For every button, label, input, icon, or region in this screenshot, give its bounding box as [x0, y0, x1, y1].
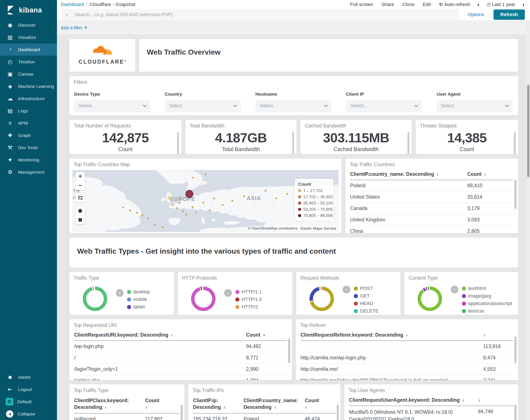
column-header-ipclass[interactable]: ClientIPClass.keyword: Descending▲▼: [74, 394, 145, 413]
legend-item[interactable]: HTTP/1.1: [235, 289, 262, 295]
panel-scrollbar[interactable]: [292, 132, 294, 154]
panel-scrollbar[interactable]: [515, 336, 516, 363]
auto-refresh-button[interactable]: ↻Auto-refresh: [435, 2, 474, 7]
map-zoom-in-button[interactable]: +: [75, 172, 85, 181]
table-row[interactable]: United States33,614: [350, 192, 514, 203]
legend-expand-icon[interactable]: ›: [343, 286, 350, 293]
sidebar-item-dashboard[interactable]: ◔Dashboard: [0, 44, 57, 56]
options-link[interactable]: Options: [468, 12, 484, 17]
panel-scrollbar[interactable]: [515, 180, 516, 209]
legend-item[interactable]: text/css: [462, 308, 512, 314]
column-header-uri[interactable]: ClientRequestURI.keyword: Descending▲▼: [74, 329, 246, 341]
column-header-ip[interactable]: ClientIP.ip: Descending▲▼: [193, 394, 244, 413]
column-header-count[interactable]: Count▼: [246, 329, 287, 341]
legend-item[interactable]: HTTP/1.0: [235, 297, 262, 302]
sidebar-item-monitoring[interactable]: ♥Monitoring: [0, 154, 57, 166]
client-ip-select[interactable]: Select...: [346, 100, 422, 112]
full-screen-button[interactable]: Full screen: [346, 2, 377, 7]
page-scrollbar-thumb[interactable]: [527, 85, 529, 177]
legend-item[interactable]: DELETE: [354, 308, 379, 314]
map-draw-rectangle-button[interactable]: [75, 215, 85, 224]
table-row[interactable]: noRecord117,802: [74, 413, 180, 420]
legend-item[interactable]: GET: [354, 293, 379, 299]
table-row[interactable]: United Kingdom3,093: [350, 214, 514, 226]
poland-traffic-circle[interactable]: [186, 190, 193, 197]
sidebar-item-dev-tools[interactable]: ⚒Dev Tools: [0, 141, 57, 154]
sidebar-item-space-default[interactable]: DDefault: [0, 395, 57, 408]
time-range-picker[interactable]: ◷Last 1 year: [483, 2, 519, 7]
panel-scrollbar[interactable]: [408, 132, 409, 154]
legend-expand-icon[interactable]: ›: [116, 289, 124, 297]
panel-scrollbar[interactable]: [514, 132, 515, 154]
table-row[interactable]: Canada3,179: [350, 203, 514, 214]
table-row[interactable]: /login/?login_only=12,990: [74, 364, 287, 375]
kibana-logo[interactable]: kibana: [0, 0, 57, 19]
sidebar-item-logs[interactable]: ▤Logs: [0, 105, 57, 117]
edit-button[interactable]: Edit: [419, 2, 435, 7]
legend-item[interactable]: desktop: [127, 289, 150, 295]
sidebar-item-logout[interactable]: ⇤Logout: [0, 383, 57, 395]
device-type-select[interactable]: Select...: [74, 100, 150, 112]
sidebar-item-user[interactable]: ☻elastic: [0, 371, 57, 383]
table-row[interactable]: Mozilla/5.0 (Windows NT 6.1; WOW64; rv:1…: [349, 406, 514, 420]
sidebar-item-discover[interactable]: ◉Discover: [0, 19, 57, 31]
column-header-count[interactable]: Count▲▼: [467, 168, 514, 180]
map-fit-bounds-button[interactable]: [75, 193, 85, 202]
sidebar-item-machine-learning[interactable]: ◈Machine Learning: [0, 80, 57, 92]
add-filter-link[interactable]: Add a filter+: [61, 25, 87, 30]
map-zoom-out-button[interactable]: −: [75, 181, 85, 190]
table-row[interactable]: http://camilia.me/4,553: [300, 364, 514, 375]
legend-item[interactable]: tablet: [127, 304, 150, 310]
panel-scrollbar[interactable]: [288, 339, 290, 363]
panel-scrollbar[interactable]: [181, 405, 183, 420]
http-protocols-donut-chart[interactable]: [191, 286, 216, 311]
legend-item[interactable]: POST: [354, 286, 379, 291]
search-input-container[interactable]: >_: [62, 9, 459, 20]
column-header-count[interactable]: Count▲▼: [145, 394, 180, 413]
sidebar-item-timelion[interactable]: ◴Timelion: [0, 56, 57, 68]
table-row[interactable]: 113,918: [300, 341, 514, 352]
table-row[interactable]: Poland88,410: [350, 180, 514, 192]
table-row[interactable]: /wp-login.php94,482: [74, 341, 287, 352]
panel-scrollbar[interactable]: [177, 132, 179, 154]
sidebar-item-infrastructure[interactable]: ☁Infrastructure: [0, 92, 57, 105]
legend-item[interactable]: application/javascript: [462, 301, 512, 306]
time-back-button[interactable]: ‹: [474, 1, 482, 8]
column-header-user-agent[interactable]: ClientRequestUserAgent.keyword: Descendi…: [349, 394, 478, 406]
legend-item[interactable]: text/html: [462, 286, 512, 291]
country-select[interactable]: Select...: [165, 100, 241, 112]
column-header-count[interactable]: Count▲▼: [305, 394, 336, 413]
table-row[interactable]: /xmlrpc.php1,394: [74, 375, 287, 380]
search-input[interactable]: [74, 12, 455, 18]
panel-scrollbar[interactable]: [337, 405, 339, 420]
table-row[interactable]: /8,771: [74, 352, 287, 364]
traffic-type-donut-chart[interactable]: [83, 286, 107, 311]
column-header-country[interactable]: ClientIP.country_name: Descending▲▼: [350, 168, 467, 180]
table-row[interactable]: http://camilia.me/wp-login.php8,474: [300, 352, 514, 364]
request-methods-donut-chart[interactable]: [309, 286, 334, 311]
table-row[interactable]: 185.234.218.33Poland48,474: [193, 413, 336, 420]
legend-item[interactable]: HEAD: [354, 301, 379, 306]
table-row[interactable]: China2,805: [350, 226, 514, 234]
legend-expand-icon[interactable]: ›: [451, 286, 458, 293]
sidebar-item-apm[interactable]: ≡APM: [0, 117, 57, 129]
legend-item[interactable]: image/jpeg: [462, 293, 512, 299]
refresh-button[interactable]: Refresh: [493, 9, 525, 20]
sidebar-item-canvas[interactable]: ▣Canvas: [0, 68, 57, 80]
legend-item[interactable]: HTTP/2: [235, 304, 262, 310]
panel-scrollbar[interactable]: [515, 405, 516, 420]
page-scrollbar[interactable]: [526, 20, 530, 420]
breadcrumb-dashboard-link[interactable]: Dashboard: [61, 2, 84, 7]
time-forward-button[interactable]: ›: [519, 1, 528, 8]
content-type-donut-chart[interactable]: [418, 286, 442, 311]
world-map[interactable]: TH IC EUROPE ASIA: [73, 170, 339, 232]
sidebar-item-visualize[interactable]: ▥Visualize: [0, 31, 57, 44]
sidebar-item-graph[interactable]: ❖Graph: [0, 129, 57, 141]
column-header-count[interactable]: ▲▼: [483, 329, 514, 341]
share-button[interactable]: Share: [377, 2, 398, 7]
hostname-select[interactable]: Select...: [255, 100, 331, 112]
sidebar-item-collapse[interactable]: ◀Collapse: [0, 408, 57, 420]
sidebar-item-management[interactable]: ⚙Management: [0, 166, 57, 178]
legend-expand-icon[interactable]: ›: [224, 289, 232, 297]
table-row[interactable]: http://camilia.me/index.php/2017/06/17/w…: [300, 375, 514, 380]
